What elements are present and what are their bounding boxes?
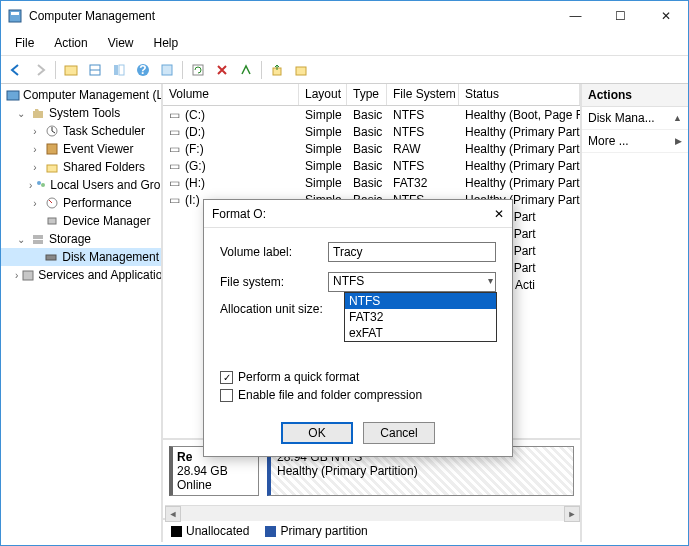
checkbox-icon — [220, 389, 233, 402]
format-dialog: Format O: ✕ Volume label: File system: N… — [203, 199, 513, 457]
tree-local-users[interactable]: ›Local Users and Gro — [1, 176, 161, 194]
ok-button[interactable]: OK — [281, 422, 353, 444]
col-volume[interactable]: Volume — [163, 84, 299, 105]
toolbar-icon[interactable] — [108, 59, 130, 81]
tree-performance[interactable]: ›Performance — [1, 194, 161, 212]
filesystem-label: File system: — [220, 275, 328, 289]
nav-tree: Computer Management (L ⌄System Tools ›Ta… — [1, 84, 163, 542]
col-status[interactable]: Status — [459, 84, 580, 105]
svg-rect-23 — [33, 240, 43, 244]
svg-rect-17 — [47, 165, 57, 172]
action-disk-management[interactable]: Disk Mana...▲ — [582, 107, 688, 130]
help-icon[interactable]: ? — [132, 59, 154, 81]
svg-rect-14 — [33, 111, 43, 118]
tree-disk-management[interactable]: Disk Management — [1, 248, 161, 266]
expand-icon: ▶ — [675, 136, 682, 146]
menu-action[interactable]: Action — [46, 34, 95, 52]
dialog-close-button[interactable]: ✕ — [494, 207, 504, 221]
volume-label-label: Volume label: — [220, 245, 328, 259]
col-filesystem[interactable]: File System — [387, 84, 459, 105]
svg-rect-16 — [47, 144, 57, 154]
compression-checkbox[interactable]: Enable file and folder compression — [220, 388, 496, 402]
tree-shared-folders[interactable]: ›Shared Folders — [1, 158, 161, 176]
toolbar-icon[interactable] — [235, 59, 257, 81]
dropdown-option-exfat[interactable]: exFAT — [345, 325, 496, 341]
svg-rect-22 — [33, 235, 43, 239]
expand-icon[interactable]: › — [15, 270, 18, 281]
toolbar-icon[interactable] — [60, 59, 82, 81]
refresh-icon[interactable] — [187, 59, 209, 81]
tree-device-manager[interactable]: Device Manager — [1, 212, 161, 230]
expand-icon[interactable]: › — [29, 198, 41, 209]
checkbox-icon: ✓ — [220, 371, 233, 384]
table-row[interactable]: ▭(H:)SimpleBasicFAT32Healthy (Primary Pa… — [163, 174, 580, 191]
svg-rect-6 — [119, 65, 124, 75]
col-type[interactable]: Type — [347, 84, 387, 105]
actions-header: Actions — [582, 84, 688, 107]
scroll-left-button[interactable]: ◄ — [165, 506, 181, 522]
maximize-button[interactable]: ☐ — [598, 1, 643, 31]
svg-text:?: ? — [139, 63, 146, 77]
tree-system-tools[interactable]: ⌄System Tools — [1, 104, 161, 122]
tree-event-viewer[interactable]: ›Event Viewer — [1, 140, 161, 158]
tree-root[interactable]: Computer Management (L — [1, 86, 161, 104]
svg-point-18 — [37, 181, 41, 185]
scroll-right-button[interactable]: ► — [564, 506, 580, 522]
expand-icon[interactable]: › — [29, 144, 41, 155]
dropdown-option-fat32[interactable]: FAT32 — [345, 309, 496, 325]
close-button[interactable]: ✕ — [643, 1, 688, 31]
expand-icon[interactable]: › — [29, 162, 41, 173]
quick-format-checkbox[interactable]: ✓ Perform a quick format — [220, 370, 496, 384]
forward-button[interactable] — [29, 59, 51, 81]
toolbar-icon[interactable] — [290, 59, 312, 81]
svg-rect-25 — [23, 271, 33, 280]
svg-rect-24 — [46, 255, 56, 260]
chevron-down-icon: ▾ — [488, 275, 493, 286]
collapse-icon[interactable]: ⌄ — [15, 108, 27, 119]
expand-icon[interactable]: › — [29, 180, 32, 191]
filesystem-dropdown: NTFS FAT32 exFAT — [344, 292, 497, 342]
delete-icon[interactable] — [211, 59, 233, 81]
svg-rect-0 — [9, 10, 21, 22]
svg-rect-2 — [65, 66, 77, 75]
menu-help[interactable]: Help — [146, 34, 187, 52]
expand-icon[interactable]: › — [29, 126, 41, 137]
table-row[interactable]: ▭(G:)SimpleBasicNTFSHealthy (Primary Par… — [163, 157, 580, 174]
toolbar-icon[interactable] — [84, 59, 106, 81]
toolbar-icon[interactable] — [156, 59, 178, 81]
svg-rect-13 — [7, 91, 19, 100]
tree-services[interactable]: ›Services and Applicatio — [1, 266, 161, 284]
table-row[interactable]: ▭(D:)SimpleBasicNTFSHealthy (Primary Par… — [163, 123, 580, 140]
col-layout[interactable]: Layout — [299, 84, 347, 105]
collapse-icon[interactable]: ⌄ — [15, 234, 27, 245]
window-title: Computer Management — [29, 9, 553, 23]
svg-rect-21 — [48, 218, 56, 224]
actions-pane: Actions Disk Mana...▲ More ...▶ — [582, 84, 688, 542]
horizontal-scrollbar[interactable]: ◄ ► — [165, 505, 580, 521]
back-button[interactable] — [5, 59, 27, 81]
allocation-unit-label: Allocation unit size: — [220, 302, 328, 316]
toolbar-icon[interactable] — [266, 59, 288, 81]
legend-swatch-unallocated — [171, 526, 182, 537]
tree-task-scheduler[interactable]: ›Task Scheduler — [1, 122, 161, 140]
filesystem-combo[interactable]: NTFS ▾ — [328, 272, 496, 292]
svg-rect-5 — [114, 65, 118, 75]
toolbar: ? — [1, 56, 688, 84]
minimize-button[interactable]: — — [553, 1, 598, 31]
menu-view[interactable]: View — [100, 34, 142, 52]
dropdown-option-ntfs[interactable]: NTFS — [345, 293, 496, 309]
action-more[interactable]: More ...▶ — [582, 130, 688, 153]
tree-storage[interactable]: ⌄Storage — [1, 230, 161, 248]
dialog-title: Format O: — [212, 207, 494, 221]
svg-rect-9 — [162, 65, 172, 75]
legend: Unallocated Primary partition — [163, 518, 580, 542]
svg-point-19 — [41, 183, 45, 187]
volume-label-input[interactable] — [328, 242, 496, 262]
table-row[interactable]: ▭(F:)SimpleBasicRAWHealthy (Primary Part — [163, 140, 580, 157]
table-row[interactable]: ▭(C:)SimpleBasicNTFSHealthy (Boot, Page … — [163, 106, 580, 123]
menu-file[interactable]: File — [7, 34, 42, 52]
svg-rect-1 — [11, 12, 19, 15]
cancel-button[interactable]: Cancel — [363, 422, 435, 444]
svg-rect-12 — [296, 67, 306, 75]
legend-swatch-primary — [265, 526, 276, 537]
